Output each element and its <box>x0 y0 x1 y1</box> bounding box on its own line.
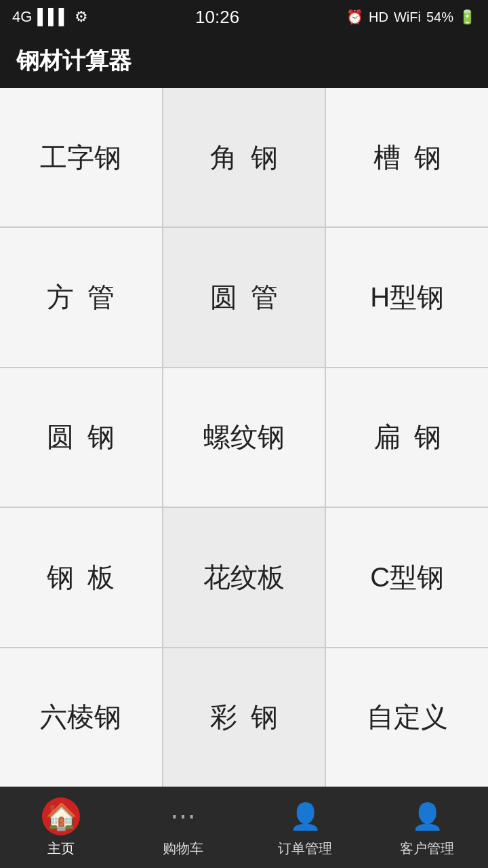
grid-item-huawenban[interactable]: 花纹板 <box>163 508 325 646</box>
nav-item-customers[interactable]: 👤 客户管理 <box>373 797 481 858</box>
nav-label-cart: 购物车 <box>163 840 203 858</box>
clock: 10:26 <box>195 7 239 28</box>
bottom-navigation: 🏠 主页 ⋯ 购物车 👤 订单管理 👤 客户管理 <box>0 787 488 868</box>
grid-item-zidinyi[interactable]: 自定义 <box>326 648 488 787</box>
material-grid: 工字钢 角 钢 槽 钢 方 管 圆 管 H型钢 圆 钢 螺纹钢 扁 钢 钢 板 … <box>0 88 488 787</box>
signal-bars-icon: ▌▌▌ <box>37 8 69 26</box>
grid-item-jiagang[interactable]: 角 钢 <box>163 88 325 226</box>
grid-item-caogang[interactable]: 槽 钢 <box>326 88 488 226</box>
grid-item-gangban[interactable]: 钢 板 <box>0 508 162 646</box>
nav-label-home: 主页 <box>47 840 75 858</box>
nav-label-customers: 客户管理 <box>400 840 454 858</box>
nav-item-cart[interactable]: ⋯ 购物车 <box>129 797 237 858</box>
signal-text: 4G <box>12 8 32 26</box>
orders-icon: 👤 <box>286 797 324 835</box>
grid-item-luowengang[interactable]: 螺纹钢 <box>163 368 325 507</box>
grid-item-gongjig[interactable]: 工字钢 <box>0 88 162 226</box>
hd-badge: HD <box>369 9 388 25</box>
android-icon: ⚙ <box>75 8 88 26</box>
grid-item-biangang[interactable]: 扁 钢 <box>326 368 488 507</box>
grid-item-hxinggang[interactable]: H型钢 <box>326 228 488 366</box>
wifi-icon: WiFi <box>394 9 421 25</box>
customers-icon: 👤 <box>408 797 446 835</box>
app-title: 钢材计算器 <box>16 45 131 77</box>
nav-item-orders[interactable]: 👤 订单管理 <box>251 797 359 858</box>
system-icons: ⏰ HD WiFi 54% 🔋 <box>346 9 476 25</box>
alarm-icon: ⏰ <box>346 9 363 25</box>
grid-item-yuanguan[interactable]: 圆 管 <box>163 228 325 366</box>
grid-item-yuangang[interactable]: 圆 钢 <box>0 368 162 507</box>
nav-label-orders: 订单管理 <box>278 840 332 858</box>
nav-item-home[interactable]: 🏠 主页 <box>7 797 115 858</box>
status-bar: 4G ▌▌▌ ⚙ 10:26 ⏰ HD WiFi 54% 🔋 <box>0 0 488 34</box>
battery-text: 54% <box>426 9 453 25</box>
grid-item-cxinggang[interactable]: C型钢 <box>326 508 488 646</box>
signal-area: 4G ▌▌▌ ⚙ <box>12 8 88 26</box>
grid-item-liulengang[interactable]: 六棱钢 <box>0 648 162 787</box>
home-icon: 🏠 <box>42 797 80 835</box>
cart-icon: ⋯ <box>164 797 202 835</box>
grid-item-caigang[interactable]: 彩 钢 <box>163 648 325 787</box>
grid-item-fangguan[interactable]: 方 管 <box>0 228 162 366</box>
battery-icon: 🔋 <box>459 9 476 25</box>
app-header: 钢材计算器 <box>0 34 488 88</box>
